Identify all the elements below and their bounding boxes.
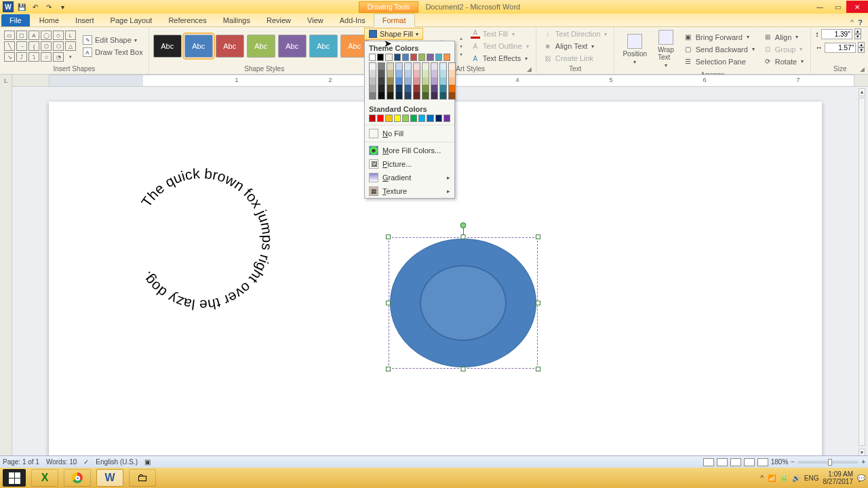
theme-shade-swatch[interactable]: [422, 70, 429, 77]
shape-style-1[interactable]: Abc: [184, 35, 213, 58]
page-status[interactable]: Page: 1 of 1: [3, 458, 39, 466]
theme-shade-swatch[interactable]: [413, 77, 420, 85]
wrap-text-button[interactable]: Wrap Text▾: [654, 28, 678, 70]
resize-handle-s[interactable]: [461, 367, 466, 371]
picture-fill-item[interactable]: 🖼Picture...: [365, 157, 454, 171]
shapes-gallery[interactable]: ▭▢A◯◇L ╲→{⬠⬡△ ↘⤴⤵☆◔▾: [4, 30, 76, 62]
theme-shade-swatch[interactable]: [422, 77, 429, 85]
taskbar-chrome-icon[interactable]: [64, 469, 91, 487]
theme-color-swatch[interactable]: [435, 54, 442, 61]
theme-color-swatch[interactable]: [394, 54, 401, 61]
draw-text-box-button[interactable]: ADraw Text Box: [81, 47, 144, 58]
shape-style-2[interactable]: Abc: [216, 35, 244, 58]
align-text-button[interactable]: ≡Align Text▾: [540, 41, 610, 52]
no-fill-item[interactable]: No Fill: [365, 127, 454, 140]
theme-shade-swatch[interactable]: [387, 92, 394, 100]
tab-insert[interactable]: Insert: [67, 14, 102, 26]
texture-fill-item[interactable]: ▦Texture▸: [365, 184, 454, 198]
theme-shade-swatch[interactable]: [439, 62, 447, 70]
full-screen-view-button[interactable]: [717, 458, 728, 466]
theme-shade-swatch[interactable]: [369, 77, 376, 85]
theme-color-swatch[interactable]: [418, 54, 425, 61]
theme-shade-swatch[interactable]: [448, 77, 456, 85]
qat-customize-icon[interactable]: ▾: [57, 1, 68, 12]
size-dialog-launcher-icon[interactable]: ◢: [860, 66, 865, 73]
tab-selector-icon[interactable]: L: [0, 75, 12, 87]
draft-view-button[interactable]: [757, 458, 768, 466]
taskbar-word-icon[interactable]: W: [96, 469, 123, 487]
height-up-icon[interactable]: ▲: [854, 28, 861, 34]
selection-pane-button[interactable]: ☰Selection Pane: [681, 56, 757, 67]
theme-color-swatch[interactable]: [427, 54, 433, 61]
vertical-ruler[interactable]: [0, 87, 12, 468]
outline-view-button[interactable]: [744, 458, 755, 466]
resize-handle-e[interactable]: [536, 301, 540, 306]
theme-shade-swatch[interactable]: [404, 77, 412, 85]
theme-shade-swatch[interactable]: [395, 92, 403, 100]
tray-action-center-icon[interactable]: 💬: [857, 474, 865, 482]
theme-color-swatch[interactable]: [402, 54, 409, 61]
language-status[interactable]: English (U.S.): [96, 458, 138, 466]
redo-icon[interactable]: ↷: [43, 1, 54, 12]
width-up-icon[interactable]: ▲: [858, 42, 865, 47]
undo-icon[interactable]: ↶: [30, 1, 41, 12]
wordart-gallery-more-icon[interactable]: ▾: [460, 52, 462, 58]
standard-color-swatch[interactable]: [394, 115, 401, 122]
shape-style-0[interactable]: Abc: [153, 35, 182, 58]
theme-shade-swatch[interactable]: [387, 77, 394, 85]
theme-shade-swatch[interactable]: [378, 62, 385, 70]
theme-shade-swatch[interactable]: [378, 92, 385, 100]
resize-handle-w[interactable]: [386, 301, 391, 306]
tray-clock[interactable]: 1:09 AM 8/27/2017: [823, 470, 854, 485]
theme-shade-swatch[interactable]: [448, 92, 456, 100]
theme-shade-swatch[interactable]: [431, 62, 438, 70]
theme-color-swatch[interactable]: [385, 54, 392, 61]
theme-shade-swatch[interactable]: [369, 62, 376, 70]
wordart-gallery-up-icon[interactable]: ▴: [460, 35, 462, 41]
theme-shade-swatch[interactable]: [395, 62, 403, 70]
tab-review[interactable]: Review: [258, 14, 299, 26]
shape-style-4[interactable]: Abc: [278, 35, 307, 58]
shape-width-input[interactable]: [825, 43, 856, 53]
tab-addins[interactable]: Add-Ins: [332, 14, 374, 26]
standard-color-swatch[interactable]: [402, 115, 409, 122]
bring-forward-button[interactable]: ▣Bring Forward▾: [681, 32, 757, 43]
circular-text-wordart[interactable]: The quick brown fox jumps right over the…: [123, 161, 279, 317]
start-button[interactable]: [3, 469, 26, 487]
theme-shade-swatch[interactable]: [431, 77, 438, 85]
theme-color-swatch[interactable]: [410, 54, 417, 61]
more-fill-colors-item[interactable]: ☻More Fill Colors...: [365, 144, 454, 157]
text-effects-button[interactable]: AText Effects▾: [468, 53, 532, 64]
close-button[interactable]: ✕: [846, 1, 868, 13]
position-button[interactable]: Position▾: [618, 33, 651, 66]
standard-color-swatch[interactable]: [427, 115, 433, 122]
theme-shade-swatch[interactable]: [439, 92, 447, 100]
save-icon[interactable]: 💾: [16, 1, 27, 12]
tray-up-icon[interactable]: ^: [760, 474, 764, 482]
theme-shade-swatch[interactable]: [395, 77, 403, 85]
maximize-button[interactable]: ▭: [829, 1, 846, 13]
tab-page-layout[interactable]: Page Layout: [102, 14, 161, 26]
theme-shade-swatch[interactable]: [413, 62, 420, 70]
theme-shade-swatch[interactable]: [448, 70, 456, 77]
edit-shape-button[interactable]: ✎Edit Shape ▾: [81, 35, 144, 45]
wordart-dialog-launcher-icon[interactable]: ◢: [527, 66, 532, 73]
standard-color-swatch[interactable]: [377, 115, 384, 122]
theme-shade-swatch[interactable]: [378, 85, 385, 92]
width-down-icon[interactable]: ▼: [858, 47, 865, 53]
standard-color-swatch[interactable]: [410, 115, 417, 122]
theme-shade-swatch[interactable]: [448, 85, 456, 92]
tab-view[interactable]: View: [299, 14, 332, 26]
tab-mailings[interactable]: Mailings: [215, 14, 258, 26]
resize-handle-nw[interactable]: [386, 235, 391, 239]
theme-shade-swatch[interactable]: [369, 85, 376, 92]
theme-shade-swatch[interactable]: [387, 62, 394, 70]
theme-shade-swatch[interactable]: [378, 70, 385, 77]
theme-shade-swatch[interactable]: [404, 62, 412, 70]
theme-shade-swatch[interactable]: [378, 77, 385, 85]
selected-shape-circle[interactable]: [389, 237, 538, 369]
standard-color-swatch[interactable]: [418, 115, 425, 122]
web-layout-view-button[interactable]: [730, 458, 741, 466]
theme-shade-swatch[interactable]: [439, 77, 447, 85]
theme-color-swatch[interactable]: [369, 54, 376, 61]
